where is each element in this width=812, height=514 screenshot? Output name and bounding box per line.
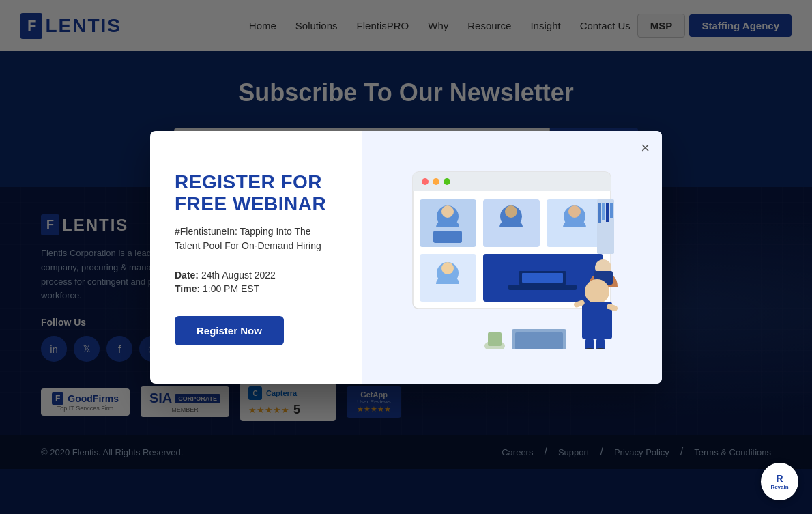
modal-overlay[interactable]: × REGISTER FOR FREE WEBINAR #Flentistune… bbox=[0, 0, 812, 514]
webinar-svg bbox=[406, 165, 618, 349]
svg-rect-22 bbox=[522, 273, 563, 283]
modal-subtext: #FlentistuneIn: Tapping Into The Talent … bbox=[175, 225, 337, 253]
svg-rect-29 bbox=[610, 203, 613, 218]
svg-rect-41 bbox=[515, 332, 563, 349]
webinar-illustration bbox=[375, 145, 648, 370]
time-value: 1:00 PM EST bbox=[203, 283, 259, 294]
date-label: Date: bbox=[175, 270, 199, 281]
modal-time: Time: 1:00 PM EST bbox=[175, 283, 337, 294]
svg-point-30 bbox=[585, 279, 609, 304]
modal-heading-line2: FREE WEBINAR bbox=[175, 193, 326, 214]
svg-rect-8 bbox=[433, 231, 462, 243]
register-now-button[interactable]: Register Now bbox=[175, 316, 284, 345]
modal-date: Date: 24th August 2022 bbox=[175, 270, 337, 281]
svg-rect-28 bbox=[606, 203, 609, 222]
modal-heading-line1: REGISTER FOR bbox=[175, 171, 322, 192]
svg-point-9 bbox=[441, 205, 454, 218]
time-label: Time: bbox=[175, 283, 200, 294]
webinar-modal: × REGISTER FOR FREE WEBINAR #Flentistune… bbox=[150, 131, 662, 384]
svg-rect-2 bbox=[413, 186, 611, 191]
svg-point-36 bbox=[583, 348, 596, 349]
modal-date-time: Date: 24th August 2022 Time: 1:00 PM EST bbox=[175, 270, 337, 297]
svg-point-12 bbox=[505, 205, 517, 218]
svg-point-4 bbox=[433, 178, 439, 185]
revain-badge[interactable]: R Revain bbox=[761, 463, 798, 500]
svg-point-37 bbox=[594, 348, 607, 349]
revain-label: R Revain bbox=[770, 473, 788, 490]
svg-rect-26 bbox=[598, 203, 601, 223]
date-value: 24th August 2022 bbox=[201, 270, 276, 281]
svg-point-18 bbox=[441, 262, 454, 274]
modal-heading: REGISTER FOR FREE WEBINAR bbox=[175, 171, 337, 215]
svg-point-5 bbox=[444, 178, 450, 185]
svg-rect-39 bbox=[488, 332, 502, 346]
svg-point-15 bbox=[568, 205, 581, 218]
modal-left-panel: REGISTER FOR FREE WEBINAR #FlentistuneIn… bbox=[150, 131, 362, 384]
svg-point-3 bbox=[422, 178, 429, 185]
svg-rect-20 bbox=[508, 285, 577, 290]
svg-rect-27 bbox=[602, 203, 605, 220]
svg-rect-34 bbox=[585, 339, 594, 349]
modal-right-panel bbox=[362, 131, 662, 384]
svg-rect-35 bbox=[596, 339, 605, 349]
modal-close-button[interactable]: × bbox=[641, 141, 650, 156]
